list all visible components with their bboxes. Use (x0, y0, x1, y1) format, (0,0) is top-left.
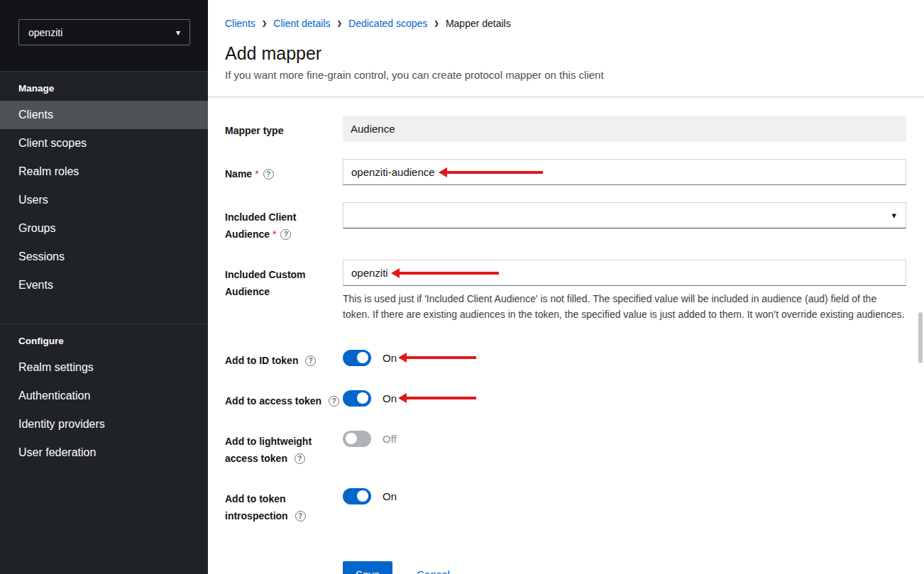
chevron-right-icon: ❯ (434, 20, 439, 27)
label-text: Add to ID token (225, 355, 298, 366)
sidebar-item-label: Realm roles (18, 165, 79, 178)
sidebar-item-sessions[interactable]: Sessions (0, 243, 208, 271)
nav-heading-configure: Configure (0, 334, 208, 353)
nav-section-configure: Configure Realm settings Authentication … (0, 324, 208, 475)
add-to-token-introspection-label: Add to token introspection ? (225, 484, 343, 524)
sidebar: openziti ▾ Manage Clients Client scopes … (0, 0, 208, 574)
annotation-arrow (407, 356, 476, 359)
form-row-add-to-id-token: Add to ID token ? On (225, 346, 906, 369)
sidebar-item-users[interactable]: Users (0, 186, 208, 214)
label-text: Included Custom Audience (225, 269, 306, 297)
toggle-knob (357, 490, 368, 502)
sidebar-item-label: Authentication (18, 390, 90, 402)
label-text: Add to token introspection (225, 493, 288, 521)
form-actions: Save Cancel (225, 561, 906, 574)
included-custom-audience-control: This is used just if 'Included Client Au… (343, 260, 906, 322)
form-row-included-custom-audience: Included Custom Audience This is used ju… (225, 260, 906, 322)
sidebar-item-label: Clients (18, 109, 53, 121)
realm-selector-section: openziti ▾ (0, 0, 208, 71)
cancel-button[interactable]: Cancel (417, 568, 450, 574)
save-button[interactable]: Save (343, 561, 392, 574)
help-icon[interactable]: ? (329, 396, 339, 407)
help-icon[interactable]: ? (280, 229, 291, 240)
toggle-state-label: On (383, 392, 397, 404)
caret-down-icon: ▾ (176, 28, 180, 38)
add-to-access-token-control: On (343, 386, 906, 407)
form-row-add-to-access-token: Add to access token ? On (225, 386, 906, 409)
sidebar-item-groups[interactable]: Groups (0, 214, 208, 243)
add-to-id-token-control: On (343, 346, 906, 366)
help-icon[interactable]: ? (305, 355, 316, 366)
add-to-id-token-toggle[interactable] (343, 350, 371, 366)
sidebar-item-realm-roles[interactable]: Realm roles (0, 158, 208, 186)
toggle-knob (357, 392, 368, 404)
scrollbar-thumb[interactable] (918, 312, 923, 363)
annotation-arrow (447, 171, 543, 174)
add-to-access-token-label: Add to access token ? (225, 386, 343, 409)
help-icon[interactable]: ? (295, 511, 306, 521)
sidebar-item-label: Groups (18, 222, 55, 235)
main-content: Clients ❯ Client details ❯ Dedicated sco… (208, 0, 924, 574)
help-icon[interactable]: ? (295, 453, 305, 464)
sidebar-item-clients[interactable]: Clients (0, 101, 208, 129)
nav-heading-manage: Manage (0, 82, 208, 101)
breadcrumb-clients[interactable]: Clients (225, 18, 255, 29)
add-to-lightweight-access-token-control: Off (343, 426, 906, 447)
breadcrumb-dedicated-scopes[interactable]: Dedicated scopes (348, 18, 427, 29)
add-to-access-token-toggle[interactable] (343, 390, 371, 407)
add-to-token-introspection-control: On (343, 484, 906, 504)
page-title: Add mapper (225, 43, 907, 64)
sidebar-item-client-scopes[interactable]: Client scopes (0, 129, 208, 158)
included-client-audience-label: Included Client Audience*? (225, 202, 343, 243)
toggle-knob (346, 433, 357, 444)
required-indicator: * (273, 228, 276, 240)
included-custom-audience-help-text: This is used just if 'Included Client Au… (343, 292, 906, 322)
mapper-form: Mapper type Audience Name*? Included Cli… (208, 97, 924, 574)
actions-spacer (225, 561, 343, 568)
toggle-state-label: On (383, 352, 397, 364)
toggle-state-label: On (383, 490, 397, 502)
sidebar-item-user-federation[interactable]: User federation (0, 438, 208, 467)
breadcrumb-client-details[interactable]: Client details (273, 18, 330, 29)
caret-down-icon: ▾ (891, 210, 896, 221)
realm-selector[interactable]: openziti ▾ (18, 19, 190, 45)
included-custom-audience-label: Included Custom Audience (225, 260, 343, 300)
name-label: Name*? (225, 159, 343, 182)
included-custom-audience-input-wrap (343, 260, 906, 286)
nav-list-configure: Realm settings Authentication Identity p… (0, 353, 208, 467)
label-text: Name (225, 168, 252, 180)
sidebar-nav: Manage Clients Client scopes Realm roles… (0, 71, 208, 475)
add-to-lightweight-access-token-toggle[interactable] (343, 431, 371, 447)
mapper-type-label: Mapper type (225, 116, 343, 139)
sidebar-item-realm-settings[interactable]: Realm settings (0, 353, 208, 382)
sidebar-item-label: Client scopes (18, 137, 87, 150)
included-client-audience-select[interactable]: ▾ (343, 202, 906, 228)
realm-selector-value: openziti (28, 27, 62, 38)
form-row-add-to-token-introspection: Add to token introspection ? On (225, 484, 906, 524)
sidebar-item-events[interactable]: Events (0, 271, 208, 299)
sidebar-item-label: Events (18, 279, 53, 292)
breadcrumb-mapper-details: Mapper details (446, 18, 511, 29)
toggle-state-label: Off (383, 433, 397, 445)
mapper-type-control: Audience (343, 116, 906, 142)
annotation-arrow (407, 397, 476, 399)
form-row-name: Name*? (225, 159, 906, 185)
nav-list-manage: Clients Client scopes Realm roles Users … (0, 101, 208, 299)
label-text: Add to access token (225, 395, 321, 407)
add-to-token-introspection-toggle[interactable] (343, 488, 371, 504)
sidebar-item-authentication[interactable]: Authentication (0, 382, 208, 410)
sidebar-item-identity-providers[interactable]: Identity providers (0, 410, 208, 438)
breadcrumb: Clients ❯ Client details ❯ Dedicated sco… (225, 18, 907, 29)
sidebar-item-label: Realm settings (18, 361, 94, 374)
form-row-add-to-lightweight-access-token: Add to lightweight access token ? Off (225, 426, 906, 467)
included-client-audience-control: ▾ (343, 202, 906, 228)
sidebar-item-label: Identity providers (18, 418, 105, 431)
page-header: Clients ❯ Client details ❯ Dedicated sco… (208, 0, 924, 97)
help-icon[interactable]: ? (263, 169, 274, 180)
name-input-wrap (343, 159, 906, 185)
name-input[interactable] (343, 159, 906, 185)
sidebar-item-label: Users (18, 194, 48, 206)
add-to-lightweight-access-token-label: Add to lightweight access token ? (225, 426, 343, 467)
toggle-knob (357, 352, 368, 363)
label-text: Mapper type (225, 125, 283, 136)
